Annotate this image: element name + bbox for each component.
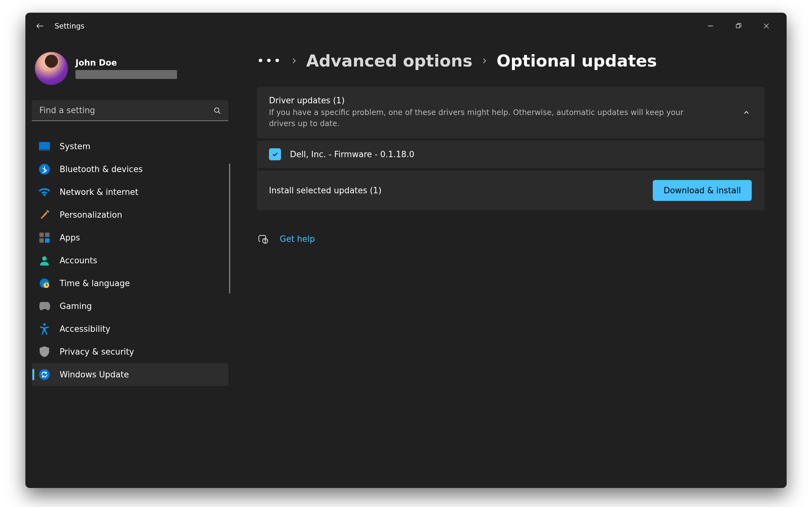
nav: System Bluetooth & devices Network & int… — [32, 135, 229, 386]
sidebar-item-label: Time & language — [60, 279, 130, 288]
profile-email-redacted — [75, 70, 177, 79]
chevron-right-icon — [480, 57, 488, 65]
sidebar-item-privacy[interactable]: Privacy & security — [32, 340, 229, 363]
sidebar-item-label: Network & internet — [60, 187, 138, 197]
page-title: Optional updates — [496, 51, 657, 70]
driver-updates-header[interactable]: Driver updates (1) If you have a specifi… — [257, 87, 764, 138]
svg-point-2 — [214, 108, 219, 112]
svg-rect-6 — [39, 233, 44, 237]
install-row: Install selected updates (1) Download & … — [257, 170, 764, 210]
profile-name: John Doe — [75, 58, 177, 67]
sidebar-item-label: Accessibility — [60, 324, 110, 334]
sidebar-item-apps[interactable]: Apps — [32, 226, 229, 249]
svg-rect-7 — [45, 233, 49, 237]
breadcrumb-overflow[interactable]: ••• — [257, 54, 282, 68]
svg-point-13 — [43, 323, 46, 326]
app-title: Settings — [55, 22, 84, 30]
system-icon — [39, 141, 50, 152]
sidebar-item-label: Windows Update — [60, 370, 129, 379]
window-controls — [697, 18, 780, 34]
globe-clock-icon — [39, 278, 50, 289]
svg-rect-1 — [736, 24, 740, 28]
sidebar-item-accounts[interactable]: Accounts — [32, 249, 229, 272]
svg-rect-8 — [39, 238, 44, 243]
svg-rect-0 — [708, 26, 713, 26]
driver-updates-title: Driver updates (1) — [269, 96, 734, 105]
apps-icon — [39, 232, 50, 243]
sidebar-item-accessibility[interactable]: Accessibility — [32, 318, 229, 340]
search-input[interactable] — [32, 100, 229, 121]
install-label: Install selected updates (1) — [269, 186, 382, 195]
sidebar-item-label: Apps — [60, 233, 80, 242]
sidebar-item-personalization[interactable]: Personalization — [32, 204, 229, 226]
sidebar: John Doe System — [26, 39, 235, 488]
svg-point-16 — [265, 242, 265, 242]
sidebar-item-system[interactable]: System — [32, 135, 229, 158]
search-icon[interactable] — [213, 107, 221, 115]
svg-point-10 — [42, 257, 47, 261]
profile[interactable]: John Doe — [32, 39, 229, 100]
sidebar-item-windows-update[interactable]: Windows Update — [32, 363, 229, 386]
driver-checkbox[interactable] — [269, 148, 281, 160]
sidebar-item-label: Bluetooth & devices — [60, 164, 143, 174]
minimize-button[interactable] — [697, 18, 724, 34]
driver-item-row: Dell, Inc. - Firmware - 0.1.18.0 — [257, 141, 764, 168]
sidebar-item-label: Privacy & security — [60, 347, 134, 356]
close-button[interactable] — [752, 18, 780, 34]
help-icon — [258, 234, 268, 244]
get-help-link[interactable]: Get help — [280, 234, 315, 244]
sidebar-item-label: Accounts — [60, 256, 97, 265]
svg-rect-3 — [39, 142, 50, 150]
shield-icon — [39, 346, 50, 357]
titlebar: Settings — [26, 13, 786, 39]
chevron-right-icon — [290, 57, 298, 65]
driver-updates-subtitle: If you have a specific problem, one of t… — [269, 107, 688, 129]
driver-label: Dell, Inc. - Firmware - 0.1.18.0 — [290, 150, 414, 159]
breadcrumb-prev[interactable]: Advanced options — [306, 51, 472, 70]
accessibility-icon — [39, 323, 50, 335]
wifi-icon — [39, 186, 50, 198]
sidebar-item-time[interactable]: Time & language — [32, 272, 229, 295]
update-icon — [39, 369, 50, 380]
main-content: ••• Advanced options Optional updates Dr… — [235, 39, 786, 488]
sidebar-item-gaming[interactable]: Gaming — [32, 295, 229, 318]
sidebar-item-label: System — [60, 142, 90, 151]
sidebar-item-network[interactable]: Network & internet — [32, 181, 229, 204]
gamepad-icon — [39, 300, 50, 312]
avatar — [35, 52, 68, 85]
breadcrumb: ••• Advanced options Optional updates — [257, 51, 764, 70]
svg-rect-9 — [45, 238, 49, 243]
back-button[interactable] — [32, 18, 48, 34]
chevron-up-icon[interactable] — [742, 108, 751, 117]
maximize-button[interactable] — [724, 18, 752, 34]
sidebar-item-bluetooth[interactable]: Bluetooth & devices — [32, 158, 229, 181]
bluetooth-icon — [39, 164, 50, 175]
svg-rect-4 — [39, 149, 50, 151]
person-icon — [39, 255, 50, 266]
paint-icon — [39, 209, 50, 221]
sidebar-item-label: Personalization — [60, 210, 122, 220]
search — [32, 100, 229, 121]
help-row: Get help — [257, 234, 764, 244]
sidebar-item-label: Gaming — [60, 301, 92, 311]
download-install-button[interactable]: Download & install — [653, 180, 752, 201]
settings-window: Settings John Doe — [26, 13, 786, 488]
svg-point-14 — [39, 369, 50, 380]
